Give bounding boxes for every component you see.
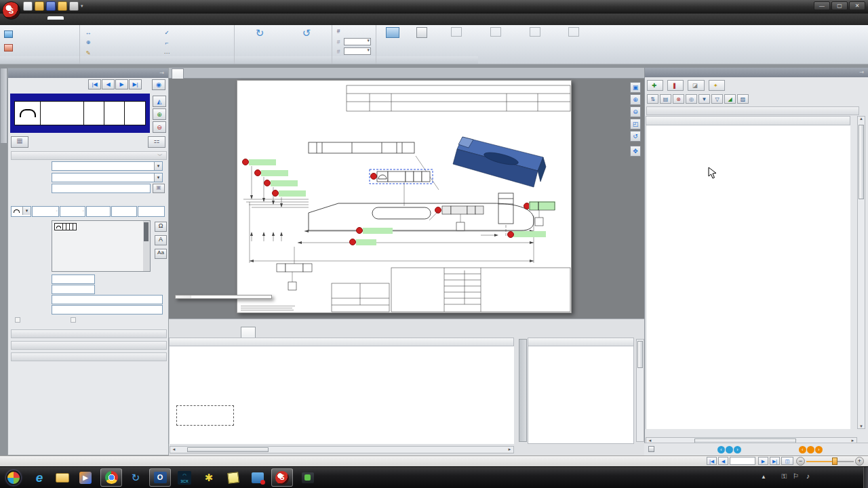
prev-orange-balloon-icon[interactable]: ‹: [799, 446, 806, 453]
taskbar-ie[interactable]: e: [28, 468, 50, 487]
tray-power-icon[interactable]: ⚿: [781, 472, 787, 481]
tray-network-icon[interactable]: ⚐: [793, 472, 799, 480]
taskbar-notes[interactable]: [222, 468, 244, 487]
taskbar-solidworks-inspection[interactable]: S: [271, 468, 293, 487]
for-reference-checkbox[interactable]: [15, 317, 23, 324]
new-document-icon[interactable]: [23, 1, 33, 11]
lower-limit-input[interactable]: [52, 305, 163, 314]
report-icon[interactable]: ▨: [737, 94, 749, 104]
scroll-up-icon[interactable]: ▲: [858, 117, 865, 121]
plus-tolerance-input[interactable]: [52, 274, 95, 284]
next-orange-balloon-icon[interactable]: ›: [815, 446, 823, 453]
symbol-omega-button[interactable]: Ω: [155, 222, 167, 232]
dimension-button[interactable]: ↔: [84, 29, 94, 36]
taskbar-explorer[interactable]: [52, 468, 73, 487]
note-button[interactable]: ✎: [84, 49, 94, 56]
value-scrollbar[interactable]: [143, 221, 150, 271]
quantity-lock-button[interactable]: ▣: [153, 184, 165, 193]
import-icon[interactable]: ⇅: [647, 94, 658, 104]
pin-icon[interactable]: ⊸: [159, 70, 165, 76]
clear-all-alignment-button[interactable]: [516, 27, 554, 37]
minus-tolerance-input[interactable]: [52, 285, 95, 294]
next-characteristic-button[interactable]: ▶: [115, 79, 128, 89]
save-icon[interactable]: [46, 1, 56, 11]
zoom-fit-button[interactable]: ◰: [630, 119, 641, 129]
previous-characteristic-button[interactable]: ◀: [102, 79, 115, 89]
previous-page-button[interactable]: ◀: [718, 457, 728, 465]
project-properties-tab[interactable]: [0, 68, 7, 144]
show-desktop-button[interactable]: [863, 467, 868, 488]
taskbar-snagit[interactable]: [297, 468, 319, 487]
basic-checkbox[interactable]: [71, 317, 79, 324]
compare-button[interactable]: [408, 27, 435, 38]
tab-view[interactable]: [68, 16, 84, 20]
characteristics-hscrollbar[interactable]: ◄►: [170, 446, 514, 453]
grid-rows-combo[interactable]: [344, 38, 371, 45]
remove-drawing-button[interactable]: [4, 44, 15, 52]
clear-upper-right-alignment-button[interactable]: [555, 27, 592, 37]
orange-balloon-nav[interactable]: ‹›: [799, 445, 823, 453]
thumbnail-button[interactable]: ▦: [11, 136, 28, 148]
grid-row-option[interactable]: #: [335, 38, 371, 45]
characteristics-table-tab[interactable]: [241, 327, 256, 338]
tray-volume-icon[interactable]: ♪: [806, 472, 810, 480]
type-select[interactable]: ▾: [52, 161, 163, 171]
zoom-in-button[interactable]: ⊕: [630, 94, 641, 105]
grid-cols-combo[interactable]: [344, 47, 371, 55]
tolerance-input[interactable]: ▫: [32, 206, 59, 217]
page-input[interactable]: [730, 457, 755, 465]
pan-button[interactable]: ✥: [630, 146, 641, 157]
custom-section-header[interactable]: [11, 352, 167, 361]
add-files-button[interactable]: ✚: [647, 80, 663, 91]
datum-b-input[interactable]: [111, 206, 137, 217]
grid-button[interactable]: #: [335, 28, 344, 35]
measurements-vscrollbar[interactable]: [636, 339, 644, 442]
cmm-vscrollbar[interactable]: ▲ ▼: [857, 116, 865, 429]
measurements-input-tab[interactable]: [519, 339, 527, 442]
find-characteristic-button[interactable]: ◉: [152, 79, 165, 90]
prev-blue-balloon-icon[interactable]: ‹: [717, 446, 725, 453]
symbol-select[interactable]: ▾: [11, 206, 31, 217]
taskbar-3cx[interactable]: ◠3CX: [174, 468, 195, 487]
grid-col-option[interactable]: #: [335, 47, 371, 55]
datum-c-input[interactable]: [138, 206, 165, 217]
tab-drawing[interactable]: [47, 16, 64, 20]
first-page-button[interactable]: |◀: [707, 457, 717, 465]
minimize-button[interactable]: —: [814, 1, 830, 10]
zoom-slider-thumb[interactable]: [832, 458, 837, 465]
search-icon[interactable]: ◎: [686, 94, 697, 104]
taskbar-chrome[interactable]: [100, 468, 122, 487]
zoom-out-slider-button[interactable]: −: [796, 457, 805, 466]
value-box[interactable]: [52, 220, 151, 272]
tab-getting-started[interactable]: [89, 16, 105, 20]
surface-finish-button[interactable]: ✓: [163, 29, 173, 36]
zoom-in-slider-button[interactable]: +: [855, 457, 864, 466]
taskbar-media-player[interactable]: ▶: [75, 468, 96, 487]
taskbar-outlook[interactable]: O: [149, 468, 171, 487]
next-blue-balloon-icon[interactable]: ›: [734, 446, 741, 453]
first-characteristic-button[interactable]: |◀: [88, 79, 101, 89]
tray-expand-icon[interactable]: ▲: [761, 474, 766, 480]
inspection-section-header[interactable]: [11, 329, 167, 338]
add-upper-right-alignment-button[interactable]: [477, 27, 515, 37]
feature-info-header[interactable]: [646, 106, 859, 115]
start-button[interactable]: [3, 468, 24, 487]
ballooning-section-header[interactable]: [11, 341, 167, 350]
font-button[interactable]: A: [155, 235, 167, 245]
zoom-out-button[interactable]: ⊖: [630, 106, 641, 117]
clear-button[interactable]: ◪: [688, 80, 705, 91]
close-button[interactable]: ✕: [849, 1, 865, 10]
filter-assigned-icon[interactable]: ▼: [698, 94, 710, 104]
next-page-button[interactable]: ▶: [758, 457, 768, 465]
modifier-input[interactable]: ▫: [60, 206, 85, 217]
upper-limit-input[interactable]: [52, 295, 163, 304]
last-page-button[interactable]: ▶|: [770, 457, 780, 465]
geometric-tolerance-button[interactable]: ⊕: [84, 39, 94, 45]
zoom-out-preview-button[interactable]: ⊖: [153, 121, 166, 133]
other-button[interactable]: ⋯: [163, 49, 173, 56]
rotate-counterclockwise-button[interactable]: ↺: [283, 27, 330, 39]
add-drawing-button[interactable]: [4, 30, 15, 38]
datum-a-input[interactable]: [86, 206, 111, 217]
document-tab[interactable]: [172, 68, 184, 79]
characteristics-table[interactable]: [169, 346, 514, 444]
